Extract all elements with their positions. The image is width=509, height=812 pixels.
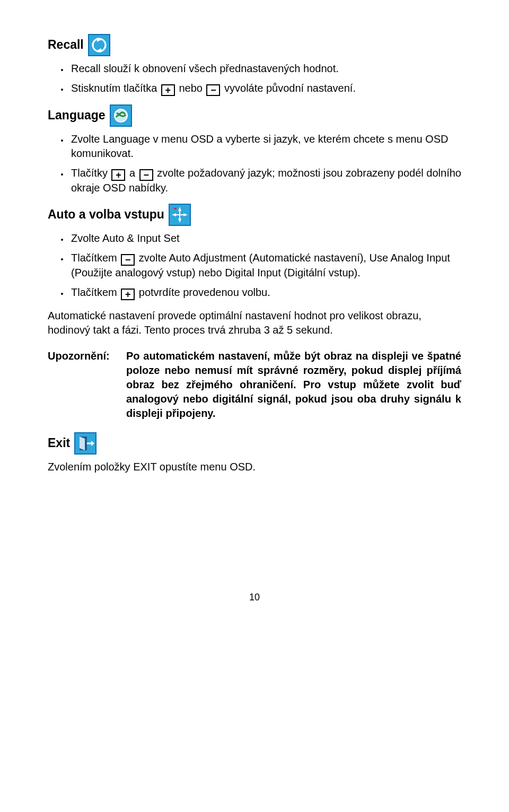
heading-recall: Recall — [48, 34, 461, 56]
text: Zvolte Auto & Input Set — [71, 232, 180, 244]
text: potvrdíte provedenou volbu. — [139, 286, 270, 298]
plus-button-icon: + — [111, 169, 125, 181]
heading-exit: Exit — [48, 432, 461, 455]
heading-auto: Auto a volba vstupu — [48, 204, 461, 226]
auto-paragraph: Automatické nastavení provede optimální … — [48, 309, 461, 337]
text: Tlačítkem — [71, 286, 120, 298]
heading-recall-text: Recall — [48, 37, 84, 53]
svg-marker-9 — [174, 208, 177, 209]
list-item: Stisknutím tlačítka + nebo − vyvoláte pů… — [69, 81, 461, 96]
heading-exit-text: Exit — [48, 435, 70, 451]
list-item: Tlačítkem + potvrdíte provedenou volbu. — [69, 285, 461, 300]
text: a — [129, 167, 138, 179]
recall-list: Recall slouží k obnovení všech přednasta… — [48, 62, 461, 96]
list-item: Tlačítky + a − zvolte požadovaný jazyk; … — [69, 166, 461, 195]
svg-marker-11 — [80, 436, 85, 450]
auto-list: Zvolte Auto & Input Set Tlačítkem − zvol… — [48, 231, 461, 300]
text: Recall slouží k obnovení všech přednasta… — [71, 63, 339, 74]
text: Tlačítkem — [71, 252, 120, 264]
minus-button-icon: − — [206, 84, 220, 96]
notice-block: Upozornění: Po automatickém nastavení, m… — [48, 349, 461, 421]
recall-icon — [88, 34, 110, 56]
svg-marker-13 — [91, 441, 94, 446]
exit-paragraph: Zvolením položky EXIT opustíte menu OSD. — [48, 460, 461, 474]
list-item: Tlačítkem − zvolte Auto Adjustment (Auto… — [69, 251, 461, 280]
auto-input-icon — [169, 204, 191, 226]
text: vyvoláte původní nastavení. — [224, 82, 356, 94]
page-number: 10 — [48, 591, 461, 604]
list-item: Zvolte Language v menu OSD a vyberte si … — [69, 132, 461, 161]
exit-icon — [74, 432, 96, 455]
minus-button-icon: − — [121, 254, 135, 266]
text: Zvolte Language v menu OSD a vyberte si … — [71, 133, 448, 159]
text: Tlačítky — [71, 167, 110, 179]
heading-language-text: Language — [48, 107, 106, 124]
text: nebo — [179, 82, 205, 94]
language-icon — [110, 104, 132, 127]
plus-button-icon: + — [121, 289, 135, 300]
text: Stisknutím tlačítka — [71, 82, 160, 94]
heading-auto-text: Auto a volba vstupu — [48, 206, 164, 223]
list-item: Zvolte Auto & Input Set — [69, 231, 461, 246]
heading-language: Language — [48, 104, 461, 127]
notice-body: Po automatickém nastavení, může být obra… — [126, 349, 461, 421]
list-item: Recall slouží k obnovení všech přednasta… — [69, 62, 461, 76]
language-list: Zvolte Language v menu OSD a vyberte si … — [48, 132, 461, 195]
minus-button-icon: − — [139, 169, 153, 181]
plus-button-icon: + — [161, 84, 175, 96]
notice-label: Upozornění: — [48, 349, 117, 363]
